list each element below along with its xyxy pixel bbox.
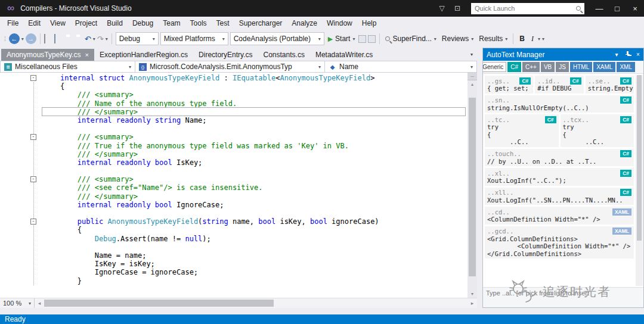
snippet-..se..[interactable]: ..se..C#string.Empty <box>586 76 634 94</box>
snippet-language-badge: C# <box>519 77 531 85</box>
scroll-left-icon[interactable]: ◂ <box>35 300 44 306</box>
notifications-flag-icon[interactable]: ▽ <box>434 4 450 13</box>
toolbar-grip-icon[interactable]: ⁞ <box>3 36 7 42</box>
redo-dropdown-icon[interactable]: ▾ <box>106 36 108 42</box>
panel-scrollbar[interactable] <box>636 75 643 286</box>
code-gutter <box>0 226 43 234</box>
type-dropdown[interactable]: {} Microsoft.CodeAnalysis.Emit.Anonymous… <box>135 61 325 72</box>
code-line: /// </summary> <box>0 108 467 116</box>
new-file-icon[interactable] <box>44 35 52 43</box>
code-editor[interactable]: - internal struct AnonymousTypeKeyField … <box>0 73 477 298</box>
fold-toggle-icon[interactable]: - <box>30 176 36 182</box>
italic-button[interactable]: I <box>529 35 536 43</box>
fold-toggle-icon[interactable]: - <box>30 134 36 140</box>
project-dropdown[interactable]: ≣ Miscellaneous Files ▾ <box>1 61 135 72</box>
startup-project-combo[interactable]: CodeAnalysis (Portable) ▾ <box>230 32 324 45</box>
navigate-back-dropdown-icon[interactable]: ▾ <box>21 36 24 42</box>
snippet-..id..[interactable]: ..id..C##if DEBUG <box>535 76 583 94</box>
snippet-..gcd..[interactable]: ..gcd..XAML<Grid.ColumnDefinitions> <Col… <box>485 226 634 259</box>
menu-item-test[interactable]: Test <box>212 17 234 29</box>
tab-ExceptionHandlerRegion.cs[interactable]: ExceptionHandlerRegion.cs <box>94 49 193 61</box>
open-file-icon[interactable] <box>54 35 63 43</box>
lang-tab-C#[interactable]: C# <box>507 62 521 72</box>
lang-tab-XAML[interactable]: XAML <box>593 62 615 72</box>
snippet-..gs..[interactable]: ..gs..C#{ get; set; } <box>485 76 533 94</box>
menu-item-build[interactable]: Build <box>102 17 128 29</box>
navigate-back-icon[interactable]: ← <box>9 33 20 44</box>
snippet-..xl..[interactable]: ..xl..C#Xout.LogInf("..C.."); <box>485 168 634 186</box>
minimize-button[interactable]: — <box>590 0 608 17</box>
snippet-..sn..[interactable]: ..sn..C#string.IsNullOrEmpty(..C..) <box>485 95 634 113</box>
menu-item-help[interactable]: Help <box>357 17 382 29</box>
lang-tab-XML[interactable]: XML <box>617 62 635 72</box>
scroll-up-icon[interactable]: ▴ <box>467 80 477 88</box>
menu-item-view[interactable]: View <box>45 17 70 29</box>
redo-icon[interactable]: ↷ <box>97 35 104 43</box>
editor-vertical-scrollbar[interactable]: — ▴ ▾ <box>467 73 477 298</box>
tab-close-icon[interactable]: × <box>85 51 89 58</box>
reviews-button[interactable]: Reviews ▾ <box>440 35 475 43</box>
snippet-body: string.IsNullOrEmpty(..C..) <box>487 104 631 112</box>
lang-tab-VB[interactable]: VB <box>541 62 555 72</box>
close-button[interactable]: × <box>626 0 644 17</box>
lang-tab-C++[interactable]: C++ <box>522 62 540 72</box>
tab-Constants.cs[interactable]: Constants.cs <box>258 49 310 61</box>
snippet-..cd..[interactable]: ..cd..XAML<ColumnDefinition Width="*" /> <box>485 207 634 225</box>
navigate-forward-icon[interactable]: → <box>26 33 36 44</box>
scroll-down-icon[interactable]: ▾ <box>467 290 477 298</box>
toolbar-misc-icon[interactable] <box>358 35 366 43</box>
snippet-..tc..[interactable]: ..tc..C#try{ ..C.. <box>485 114 559 147</box>
toolbar-misc-icon[interactable] <box>368 35 376 43</box>
document-list-dropdown-icon[interactable]: ▾ <box>470 52 477 57</box>
menu-item-edit[interactable]: Edit <box>23 17 45 29</box>
bold-button[interactable]: B <box>517 35 527 43</box>
start-debugging-button[interactable]: ▶ Start ▾ <box>326 35 357 43</box>
zoom-dropdown[interactable]: 100 % ▾ <box>0 298 35 308</box>
fold-toggle-icon[interactable]: - <box>30 75 36 81</box>
panel-close-icon[interactable]: × <box>633 51 643 58</box>
menu-item-window[interactable]: Window <box>322 17 357 29</box>
panel-splitter[interactable] <box>477 48 482 308</box>
menu-item-debug[interactable]: Debug <box>128 17 158 29</box>
member-dropdown[interactable]: ◆ Name ▾ <box>325 61 476 72</box>
lang-tab-HTML[interactable]: HTML <box>570 62 592 72</box>
solution-configuration-combo[interactable]: Debug ▾ <box>116 32 159 45</box>
snippet-language-badge: C# <box>545 116 556 123</box>
snippet-..tcx..[interactable]: ..tcx..C#try{ ..C.. <box>561 114 634 147</box>
tab-DirectoryEntry.cs[interactable]: DirectoryEntry.cs <box>193 49 258 61</box>
menu-item-project[interactable]: Project <box>70 17 102 29</box>
scroll-right-icon[interactable]: ▸ <box>467 300 477 306</box>
superfind-button[interactable]: SuperFind... ▾ <box>383 35 438 43</box>
menu-item-analyze[interactable]: Analyze <box>287 17 322 29</box>
panel-scroll-thumb[interactable] <box>637 75 642 241</box>
code-lines[interactable]: - internal struct AnonymousTypeKeyField … <box>0 73 467 298</box>
horizontal-scroll-thumb[interactable] <box>44 300 274 307</box>
results-button[interactable]: Results ▾ <box>477 35 509 43</box>
toolbar-overflow-icon[interactable]: ▾ <box>542 36 544 42</box>
window-position-icon[interactable]: ▾ <box>611 51 622 58</box>
menu-item-supercharger[interactable]: Supercharger <box>234 17 287 29</box>
tab-MetadataWriter.cs[interactable]: MetadataWriter.cs <box>310 49 378 61</box>
save-icon[interactable] <box>64 35 73 43</box>
snippet-..xll..[interactable]: ..xll..C#Xout.LogInf("..SN...PN....TN...… <box>485 188 634 205</box>
horizontal-scroll-track[interactable] <box>44 298 467 308</box>
lang-tab-Generic[interactable]: Generic <box>482 62 506 72</box>
save-all-icon[interactable] <box>75 35 83 43</box>
menu-item-team[interactable]: Team <box>158 17 185 29</box>
quick-launch-input[interactable]: Quick Launch <box>471 3 584 14</box>
editor-split-handle[interactable]: — <box>467 73 477 80</box>
lang-tab-JS[interactable]: JS <box>556 62 569 72</box>
toolbar-overflow-icon[interactable]: ▾ <box>538 36 540 42</box>
solution-platform-combo[interactable]: Mixed Platforms ▾ <box>160 32 228 45</box>
vertical-scroll-thumb[interactable] <box>469 98 476 276</box>
snippet-..touch..[interactable]: ..touch..C#// by ..U.. on ..D.. at ..T.. <box>485 149 634 167</box>
menu-item-file[interactable]: File <box>2 17 23 29</box>
fold-toggle-icon[interactable]: - <box>30 219 36 225</box>
undo-dropdown-icon[interactable]: ▾ <box>93 36 95 42</box>
menu-item-tools[interactable]: Tools <box>185 17 212 29</box>
feedback-icon[interactable]: ⊡ <box>450 4 465 13</box>
tab-AnonymousTypeKey.cs[interactable]: AnonymousTypeKey.cs× <box>1 49 94 61</box>
undo-icon[interactable]: ↶ <box>85 35 91 43</box>
maximize-button[interactable]: □ <box>608 0 626 17</box>
pin-icon[interactable] <box>622 51 633 58</box>
